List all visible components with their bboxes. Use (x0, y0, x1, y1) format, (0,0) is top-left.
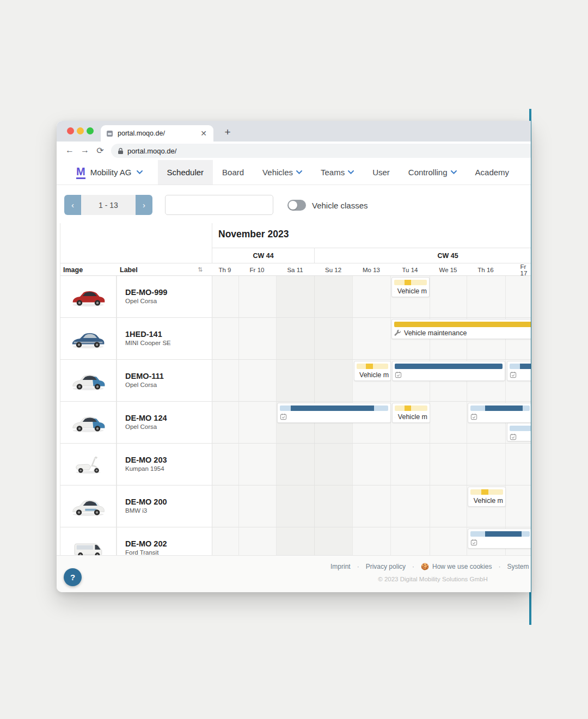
nav-item-academy[interactable]: Academy (466, 160, 519, 185)
help-button[interactable]: ? (64, 568, 82, 586)
maintenance-card[interactable]: Vehicle m (468, 487, 506, 507)
vehicle-model: MINI Cooper SE (125, 340, 212, 346)
footer-link-privacy-policy[interactable]: Privacy policy (366, 563, 406, 570)
maximize-window-button[interactable] (87, 127, 94, 134)
vehicle-photo-blue-mini (70, 328, 107, 351)
next-page-button[interactable]: › (136, 195, 152, 215)
footer-link-system-status[interactable]: System status (507, 563, 531, 570)
day-header: Th 9 (218, 263, 231, 276)
booking-segment (485, 405, 523, 411)
vehicle-photo-red-car (70, 286, 107, 309)
vehicle-label-cell[interactable]: DEMO-111 Opel Corsa (117, 360, 212, 402)
tab-title: portal.moqo.de/ (118, 130, 199, 137)
chevron-down-icon (348, 170, 354, 174)
card-label: Vehicle m (398, 413, 427, 421)
search-input[interactable] (175, 201, 271, 209)
day-header: Sa 11 (287, 263, 303, 276)
close-tab-icon[interactable]: ✕ (199, 129, 208, 138)
gantt-body: DE-MO-999 Opel Corsa Vehicle m (60, 276, 531, 555)
close-window-button[interactable] (67, 127, 74, 134)
lock-icon (118, 148, 124, 155)
address-bar[interactable]: portal.moqo.de/ (111, 144, 531, 158)
vehicle-label-cell[interactable]: DE-MO 124 Opel Corsa (117, 402, 212, 444)
footer-link-imprint[interactable]: Imprint (330, 563, 351, 570)
booking-card[interactable] (507, 423, 531, 441)
nav-item-user[interactable]: User (363, 160, 399, 185)
vehicle-image-cell (60, 527, 117, 555)
maintenance-bar (357, 364, 388, 369)
browser-window: portal.moqo.de/ ✕ + ← → ⟳ portal.moqo.de… (57, 121, 531, 592)
day-header: Th 16 (477, 263, 493, 276)
footer-link-cookies[interactable]: How we use cookies (432, 563, 492, 570)
booking-card[interactable] (468, 403, 531, 423)
browser-tab[interactable]: portal.moqo.de/ ✕ (101, 125, 213, 142)
nav-item-controlling[interactable]: Controlling (399, 160, 466, 185)
calendar-week-44: CW 44 (212, 248, 314, 263)
forward-button[interactable]: → (78, 143, 92, 157)
booking-segment (291, 405, 374, 411)
vehicle-label-cell[interactable]: DE-MO 200 BMW i3 (117, 486, 212, 527)
booking-card[interactable] (277, 403, 391, 423)
maintenance-card[interactable]: Vehicle m (392, 403, 430, 423)
calendar-week-45: CW 45 (314, 248, 531, 263)
maintenance-card[interactable]: Vehicle m (391, 277, 430, 297)
new-tab-button[interactable]: + (220, 125, 235, 140)
table-row: DE-MO-999 Opel Corsa Vehicle m (60, 276, 531, 318)
vehicle-model: Kumpan 1954 (125, 465, 212, 472)
chevron-down-icon (137, 170, 143, 174)
browser-tab-strip: portal.moqo.de/ ✕ + (57, 121, 531, 142)
vehicle-label: DE-MO 202 (125, 539, 212, 548)
reload-button[interactable]: ⟳ (93, 143, 107, 157)
table-row: DE-MO 200 BMW i3 Vehicle m (60, 486, 531, 527)
day-header: Mo 13 (363, 263, 380, 276)
vehicle-label: DE-MO 200 (125, 497, 212, 506)
vehicle-model: Opel Corsa (125, 382, 212, 388)
wrench-icon (395, 414, 395, 421)
minimize-window-button[interactable] (77, 127, 84, 134)
vehicle-image-cell (60, 318, 117, 360)
nav-item-board[interactable]: Board (213, 160, 253, 185)
page-footer: Imprint · Privacy policy · 🍪 How we use … (57, 555, 531, 592)
maintenance-active-segment (405, 405, 411, 411)
chevron-down-icon (451, 170, 457, 174)
vehicle-model: Opel Corsa (125, 423, 212, 430)
vehicle-photo-ford-transit-van (71, 537, 106, 556)
vehicle-classes-toggle[interactable] (287, 200, 306, 211)
vehicle-image-cell (60, 402, 117, 444)
nav-label: Vehicles (262, 168, 293, 177)
prev-page-button[interactable]: ‹ (64, 195, 81, 215)
month-header: November 2023 (212, 223, 531, 248)
footer-separator: · (498, 563, 500, 570)
copyright-text: © 2023 Digital Mobility Solutions GmbH (330, 576, 531, 582)
maintenance-bar (470, 489, 503, 495)
column-header-image: Image (63, 263, 83, 276)
booking-card[interactable] (507, 361, 531, 381)
booking-card[interactable] (468, 529, 531, 549)
vehicle-image-cell (60, 276, 117, 318)
vehicle-label-cell[interactable]: 1HED-141 MINI Cooper SE (117, 318, 212, 360)
vehicle-label-cell[interactable]: DE-MO-999 Opel Corsa (117, 276, 212, 318)
vehicle-label-cell[interactable]: DE-MO 203 Kumpan 1954 (117, 444, 212, 486)
vehicle-label: DE-MO 124 (125, 414, 212, 422)
nav-item-scheduler[interactable]: Scheduler (158, 160, 213, 185)
sort-icon[interactable]: ⇅ (198, 266, 203, 273)
vehicle-label-cell[interactable]: DE-MO 202 Ford Transit (117, 527, 212, 555)
booking-bar (470, 531, 530, 537)
footer-separator: · (357, 563, 359, 570)
table-row: DE-MO 202 Ford Transit (60, 527, 531, 555)
vehicle-photo-bmw-i3 (70, 495, 107, 518)
table-row: DEMO-111 Opel Corsa Vehicle m (60, 360, 531, 402)
maintenance-card[interactable]: Vehicle m (354, 361, 391, 381)
nav-item-teams[interactable]: Teams (311, 160, 363, 185)
brand-menu[interactable]: M Mobility AG (76, 160, 143, 185)
calendar-check-icon (510, 371, 517, 378)
booking-bar (470, 405, 530, 411)
nav-item-vehicles[interactable]: Vehicles (253, 160, 311, 185)
back-button[interactable]: ← (63, 143, 77, 157)
url-text: portal.moqo.de/ (127, 147, 176, 155)
booking-card[interactable] (392, 361, 505, 381)
day-header: We 15 (439, 263, 457, 276)
day-header: Tu 14 (402, 263, 418, 276)
day-header: Fr 10 (250, 263, 265, 276)
maintenance-card[interactable]: Vehicle maintenance (391, 319, 531, 339)
